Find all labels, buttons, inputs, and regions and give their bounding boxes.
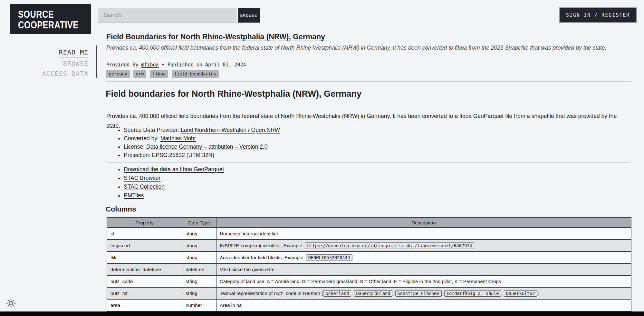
tag-germany[interactable]: germany xyxy=(106,70,130,78)
provided-by-prefix: Provided By xyxy=(106,62,141,68)
code-chip: Dauerkultur xyxy=(504,290,537,297)
tag-nrw[interactable]: nrw xyxy=(133,70,146,78)
table-row: nutz_txtstringTextual representation of … xyxy=(107,287,631,299)
pmtiles-link[interactable]: PMTiles xyxy=(124,192,144,199)
tag-list: germany nrw fiboa field boundaries xyxy=(106,70,219,78)
data-type-cell: string xyxy=(182,240,216,252)
description-cell: Area identifier for field blocks. Exampl… xyxy=(216,252,631,263)
table-row: areanumberArea in ha xyxy=(107,299,631,311)
data-type-cell: number xyxy=(182,299,216,311)
description-cell: Category of land use. A = Arable land, G… xyxy=(216,275,631,287)
list-item: PMTiles xyxy=(124,191,224,200)
stac-browser-link[interactable]: STAC Browser xyxy=(124,175,160,181)
license-link[interactable]: Data licence Germany – attribution – Ver… xyxy=(146,143,267,150)
list-item: Source Data Provider: Land Nordrhein-Wes… xyxy=(124,126,280,134)
divider-middle xyxy=(106,162,631,163)
sidebar-item-read-me[interactable]: READ ME xyxy=(0,48,88,57)
side-navigation: READ ME BROWSE ACCESS DATA xyxy=(0,48,88,80)
property-cell: determination_datetime xyxy=(107,263,182,275)
tag-field-boundaries[interactable]: field boundaries xyxy=(172,70,219,78)
property-cell: flik xyxy=(107,252,182,263)
property-column-header: Property xyxy=(107,218,182,228)
description-column-header: Description xyxy=(216,218,631,228)
columns-table: Property Data Type Description idstringN… xyxy=(107,217,631,311)
logo-line1: SOURCE xyxy=(18,9,79,20)
list-item: STAC Browser xyxy=(124,174,224,183)
sidebar-item-access-data[interactable]: ACCESS DATA xyxy=(0,70,88,77)
sidebar-item-browse[interactable]: BROWSE xyxy=(0,60,88,67)
list-item: Projection: EPSG:25832 (UTM 32N) xyxy=(124,151,280,159)
browse-button[interactable]: BROWSE xyxy=(238,8,260,23)
table-row: nutz_codestringCategory of land use. A =… xyxy=(107,275,631,287)
download-geoparquet-link[interactable]: Download the data as fiboa GeoParquet xyxy=(124,166,224,173)
description-cell: Textual representation of nutz_code in G… xyxy=(216,287,631,299)
divider-top xyxy=(106,81,631,82)
bottom-edge-bar xyxy=(0,311,644,316)
metadata-list: Source Data Provider: Land Nordrhein-Wes… xyxy=(106,126,280,159)
page: SOURCE COOPERATIVE BROWSE SIGN IN / REGI… xyxy=(0,0,644,316)
code-chip: Ackerland xyxy=(323,290,351,297)
columns-heading: Columns xyxy=(106,205,136,213)
code-chip: Förderfähig 2. Säule xyxy=(444,290,501,297)
code-chip: DENWLI0552020444 xyxy=(306,254,352,261)
logo-line2: COOPERATIVE xyxy=(18,20,79,30)
code-chip: Dauergrünland xyxy=(354,290,393,297)
description-cell: Area in ha xyxy=(216,299,631,311)
table-row: determination_datetimedatetimeValid sinc… xyxy=(107,263,631,275)
sign-in-register-button[interactable]: SIGN IN / REGISTER xyxy=(559,7,637,23)
source-cooperative-logo[interactable]: SOURCE COOPERATIVE xyxy=(10,4,91,34)
converted-by-link[interactable]: Matthias Mohr xyxy=(160,135,196,142)
columns-table-body: idstringNumerical internal identifierins… xyxy=(107,228,631,311)
provider-link[interactable]: @fiboa xyxy=(141,62,159,68)
tag-fiboa[interactable]: fiboa xyxy=(150,70,168,78)
list-item: Converted by: Matthias Mohr xyxy=(124,134,280,143)
property-cell: nutz_txt xyxy=(107,287,182,299)
data-type-cell: string xyxy=(182,275,216,287)
provided-by-line: Provided By @fiboa • Published on April … xyxy=(106,62,246,68)
table-row: flikstringArea identifier for field bloc… xyxy=(107,252,631,263)
table-header-row: Property Data Type Description xyxy=(107,218,631,228)
data-type-column-header: Data Type xyxy=(182,218,216,228)
repository-description: Provides ca. 400.000 official field boun… xyxy=(106,44,617,52)
data-type-cell: datetime xyxy=(182,263,216,275)
published-date: • Published on April 01, 2024 xyxy=(159,62,246,68)
code-chip: https://geodaten.nrw.de/id/inspire-lc-dg… xyxy=(305,242,474,249)
property-cell: inspire:id xyxy=(107,240,182,252)
search-input[interactable] xyxy=(98,8,236,23)
list-item: Download the data as fiboa GeoParquet xyxy=(124,165,224,174)
stac-collection-link[interactable]: STAC Collection xyxy=(124,183,165,190)
property-cell: area xyxy=(107,299,182,311)
download-links-list: Download the data as fiboa GeoParquet ST… xyxy=(106,165,224,200)
list-item: STAC Collection xyxy=(124,183,224,191)
repository-title-link[interactable]: Field Boundaries for North Rhine-Westpha… xyxy=(106,33,325,41)
list-item: License: Data licence Germany – attribut… xyxy=(124,143,280,151)
data-type-cell: string xyxy=(182,287,216,299)
description-cell: Valid since the given date. xyxy=(216,263,631,275)
source-data-provider-link[interactable]: Land Nordrhein-Westfalen / Open.NRW xyxy=(181,127,280,133)
code-chip: Sonstige Flächen xyxy=(395,290,442,297)
repo-meta-divider xyxy=(96,45,97,78)
data-type-cell: string xyxy=(182,228,216,240)
property-cell: id xyxy=(107,228,182,240)
description-cell: Numerical internal identifier xyxy=(216,228,631,240)
table-row: inspire:idstringINSPIRE-compliant identi… xyxy=(107,240,631,252)
property-cell: nutz_code xyxy=(107,275,182,287)
data-type-cell: string xyxy=(182,252,216,263)
table-row: idstringNumerical internal identifier xyxy=(107,228,631,240)
theme-toggle-button[interactable] xyxy=(5,298,17,309)
description-cell: INSPIRE-compliant identifier. Example: h… xyxy=(216,240,631,252)
sun-icon xyxy=(5,298,16,309)
readme-heading: Field boundaries for North Rhine-Westpha… xyxy=(106,89,361,99)
